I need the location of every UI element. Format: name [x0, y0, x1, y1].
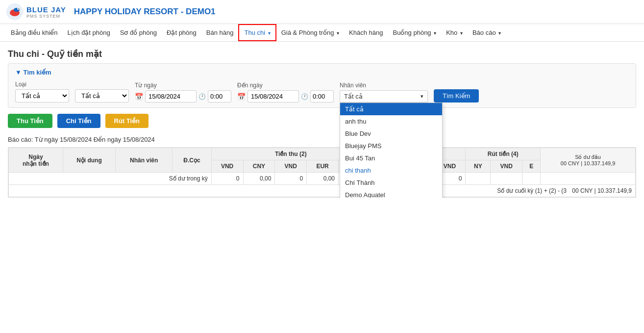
soducuoiky-row: Số dư cuối kỳ (1) + (2) - (3 00 CNY | 10… [9, 185, 636, 197]
sodu-rut2 [491, 173, 522, 185]
sodu-extra [541, 173, 636, 185]
nav-item-booking-calendar[interactable]: Lịch đặt phòng [63, 25, 115, 40]
filter-icon: ▼ [15, 69, 22, 76]
nav-item-sales[interactable]: Bán hàng [201, 25, 239, 40]
logo-title: BLUE JAY [26, 5, 66, 14]
rut-tien-button[interactable]: Rút Tiền [105, 114, 149, 128]
nav-item-finance[interactable]: Thu chi ▾ [238, 24, 276, 41]
th-rut-vnd: VND [491, 160, 522, 173]
clock-icon-2: 🕐 [301, 93, 308, 100]
page-title: Thu chi - Quỹ tiền mặt [0, 42, 644, 63]
th-thu-vnd1: VND [211, 160, 243, 173]
dropdown-item[interactable]: Bluejay PMS [340, 140, 442, 152]
table-wrap: Ngàynhận tiền Nội dung Nhân viên Đ.Cọc T… [8, 147, 636, 198]
tu-ngay-wrap: 📅 🕐 [135, 90, 231, 102]
tu-ngay-label: Từ ngày [135, 82, 231, 89]
dropdown-item[interactable]: Tất cả [340, 103, 442, 115]
search-row: Loại Tất cả Tất cả Từ ngày 📅 🕐 [15, 81, 629, 102]
calendar-icon-2: 📅 [237, 93, 246, 101]
th-rut-ny: NY [466, 160, 491, 173]
loai-select[interactable]: Tất cả [15, 89, 69, 102]
chevron-down-icon: ▾ [268, 30, 271, 36]
hotel-name: HAPPY HOLIDAY RESORT - DEMO1 [74, 7, 216, 17]
nhan-vien-field-group: Nhân viên Tất cả ▾ Tất cảanh thuBlue Dev… [340, 82, 428, 102]
sodu-vnd2: 0 [275, 173, 307, 185]
dropdown-item[interactable]: Bui 45 Tan [340, 152, 442, 164]
logo-text: BLUE JAY PMS SYSTEM [26, 5, 66, 19]
th-noidung: Nội dung [63, 148, 115, 173]
dropdown-item[interactable]: Blue Dev [340, 128, 442, 140]
soducuoiky-label: Số dư cuối kỳ (1) + (2) - (3 [497, 187, 567, 194]
search-section: ▼ Tìm kiếm Loại Tất cả Tất cả Từ ngày [8, 63, 636, 108]
nhan-vien-select[interactable]: Tất cả ▾ [340, 90, 428, 102]
logo-bird-icon [6, 3, 24, 21]
nhan-vien-value: Tất cả [344, 93, 363, 100]
tu-ngay-field-group: Từ ngày 📅 🕐 [135, 82, 231, 102]
th-thu-cny: CNY [243, 160, 275, 173]
den-ngay-label: Đến ngày [237, 82, 334, 89]
nav-bar: Bảng điều khiển Lịch đặt phòng Sơ đồ phò… [0, 24, 644, 42]
header: BLUE JAY PMS SYSTEM HAPPY HOLIDAY RESORT… [0, 0, 644, 24]
nhan-vien-label: Nhân viên [340, 82, 428, 89]
nav-item-customers[interactable]: Khách hàng [344, 25, 388, 40]
nav-item-reports[interactable]: Báo cáo ▾ [468, 25, 506, 40]
loai-field-group: Loại Tất cả [15, 81, 69, 102]
dropdown-item[interactable]: anh thu [340, 115, 442, 128]
nav-item-pricing[interactable]: Giá & Phòng trống ▾ [276, 25, 344, 40]
sodu-rut1 [466, 173, 491, 185]
den-gio-input[interactable] [310, 90, 334, 102]
search-button[interactable]: Tìm Kiếm [434, 89, 479, 102]
th-dcoc: Đ.Cọc [173, 148, 211, 173]
svg-point-4 [18, 8, 19, 9]
loai2-field-group: Tất cả [75, 81, 129, 102]
loai-label: Loại [15, 81, 69, 88]
table-row-sodutrongky: Số dư trong kỳ 0 0,00 0 0,00 0,00 0 0,00… [9, 173, 636, 185]
chevron-down-icon: ▾ [337, 30, 339, 36]
dropdown-item[interactable]: Chí Thành [340, 177, 442, 189]
nav-item-dashboard[interactable]: Bảng điều khiển [6, 25, 63, 40]
den-ngay-input[interactable] [248, 90, 299, 102]
nav-item-rooms[interactable]: Buồng phòng ▾ [388, 25, 441, 40]
search-header: ▼ Tìm kiếm [15, 69, 629, 76]
buttons-row: Thu Tiền Chi Tiền Rút Tiền [0, 108, 644, 134]
nav-item-booking[interactable]: Đặt phòng [162, 25, 201, 40]
th-rut-e: E [522, 160, 541, 173]
dropdown-item[interactable]: chi thanh [340, 164, 442, 177]
clock-icon: 🕐 [198, 93, 206, 100]
th-ngay: Ngàynhận tiền [9, 148, 63, 173]
logo-subtitle: PMS SYSTEM [26, 14, 66, 19]
logo-area: BLUE JAY PMS SYSTEM [6, 3, 66, 21]
table-row-soducuoiky: Số dư cuối kỳ (1) + (2) - (3 00 CNY | 10… [9, 185, 636, 197]
chevron-down-icon: ▾ [460, 30, 463, 36]
sodu-label: Số dư trong kỳ [9, 173, 212, 185]
th-thu-eur: EUR [307, 160, 339, 173]
sodu-vnd1: 0 [211, 173, 243, 185]
dropdown-item[interactable]: Demo Aquatel [340, 189, 442, 198]
th-nhanvien: Nhân viên [116, 148, 173, 173]
th-thu-vnd2: VND [275, 160, 307, 173]
chevron-down-icon: ▾ [421, 93, 423, 100]
th-ruttien: Rút tiền (4) [466, 148, 541, 160]
report-info: Báo cáo: Từ ngày 15/08/2024 Đến ngày 15/… [0, 134, 644, 147]
sodu-rut3 [522, 173, 541, 185]
calendar-icon: 📅 [135, 93, 143, 101]
so-du-dau-cell: Số dư đầu00 CNY | 10.337.149,9 [541, 148, 636, 173]
employee-dropdown[interactable]: Tất cảanh thuBlue DevBluejay PMSBui 45 T… [340, 102, 443, 198]
loai2-select[interactable]: Tất cả [75, 89, 129, 102]
finance-table: Ngàynhận tiền Nội dung Nhân viên Đ.Cọc T… [8, 148, 636, 197]
so-du-dau-value: 00 CNY | 10.337.149,9 [561, 160, 616, 166]
loai2-label [75, 81, 129, 88]
tu-ngay-input[interactable] [145, 90, 197, 102]
main-content: Thu chi - Quỹ tiền mặt ▼ Tìm kiếm Loại T… [0, 42, 644, 198]
chi-tien-button[interactable]: Chi Tiền [57, 114, 100, 128]
thu-tien-button[interactable]: Thu Tiền [8, 114, 52, 128]
chevron-down-icon: ▾ [434, 30, 436, 36]
soducuoiky-value: 00 CNY | 10.337.149,9 [572, 187, 632, 194]
sodu-cny: 0,00 [243, 173, 275, 185]
nav-item-warehouse[interactable]: Kho ▾ [441, 25, 468, 40]
nav-item-room-map[interactable]: Sơ đồ phòng [115, 25, 162, 40]
tu-gio-input[interactable] [208, 90, 231, 102]
search-button-group: Tìm Kiếm [434, 81, 479, 102]
den-ngay-wrap: 📅 🕐 [237, 90, 334, 102]
den-ngay-field-group: Đến ngày 📅 🕐 [237, 82, 334, 102]
